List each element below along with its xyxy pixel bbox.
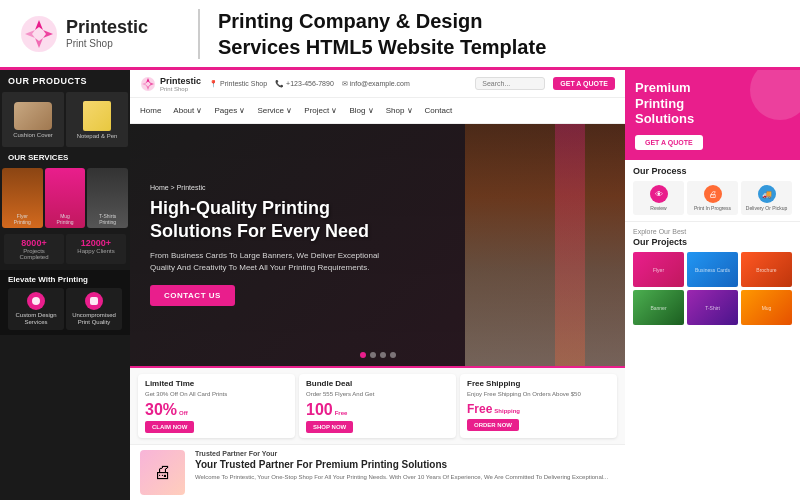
hero-dot-1[interactable] [360,352,366,358]
deal-bundle-num: 100 [306,402,333,418]
print-label: Print In Progress [691,205,734,211]
stat-clients-num: 12000+ [70,238,122,248]
deal-bundle-desc: Order 555 Flyers And Get [306,391,449,399]
claim-now-button[interactable]: CLAIM NOW [145,421,194,433]
template-header: Printestic Print Shop Printing Company &… [0,0,800,70]
nav-blog[interactable]: Blog ∨ [349,106,373,115]
svg-rect-2 [90,297,98,305]
nav-project[interactable]: Project ∨ [304,106,337,115]
about-heading: Your Trusted Partner For Premium Printin… [195,459,608,470]
about-trusted-label: Trusted Partner For Your [195,450,608,457]
premium-box: PremiumPrintingSolutions GET A QUOTE [625,70,800,160]
elevate-cards: Custom Design Services Uncompromised Pri… [8,288,122,330]
quote-button[interactable]: GET A QUOTE [553,77,615,90]
review-label: Review [637,205,680,211]
service-tshirt: T-ShirtsPrinting [87,168,128,228]
hero-subtext: From Business Cards To Large Banners, We… [150,250,390,274]
mini-logo-sub: Print Shop [160,86,201,92]
project-brochure[interactable]: Brochure [741,252,792,287]
stat-clients-label: Happy Clients [70,248,122,254]
location-icon: 📍 [209,80,218,88]
elevate-quality-text: Uncompromised Print Quality [70,312,118,326]
review-icon: 👁 [650,185,668,203]
hero-content: Home > Printestic High-Quality Printing … [130,169,410,321]
nav-contact[interactable]: Contact [425,106,453,115]
hero-dot-3[interactable] [380,352,386,358]
nav-about[interactable]: About ∨ [173,106,202,115]
mug-label: MugPrinting [57,213,74,225]
deal-shipping-label: Shipping [494,408,520,414]
project-business-cards[interactable]: Business Cards [687,252,738,287]
deal-limited-time: Limited Time Get 30% Off On All Card Pri… [138,374,295,438]
process-steps: 👁 Review 🖨 Print In Progress 🚚 Delivery … [633,181,792,215]
left-sidebar: Our Products Cushion Cover Notepad & Pen… [0,70,130,500]
hero-section: Home > Printestic High-Quality Printing … [130,124,625,366]
premium-quote-button[interactable]: GET A QUOTE [635,135,703,150]
elevate-section: Elevate With Printing Custom Design Serv… [0,270,130,335]
products-label: Our Products [0,70,130,90]
project-flyer[interactable]: Flyer [633,252,684,287]
nav-pages[interactable]: Pages ∨ [214,106,245,115]
elevate-design-text: Custom Design Services [12,312,60,326]
products-grid: Cushion Cover Notepad & Pen [0,90,130,149]
phone-icon: 📞 [275,80,284,88]
process-title: Our Process [633,166,792,176]
order-now-button[interactable]: ORDER NOW [467,419,519,431]
nav-shop[interactable]: Shop ∨ [386,106,413,115]
services-label: Our Services [0,149,130,166]
hero-dot-4[interactable] [390,352,396,358]
logo-area: Printestic Print Shop [20,15,180,53]
mini-header: Printestic Print Shop 📍 Printestic Shop … [130,70,625,98]
deal-free-text: Free [467,402,492,416]
projects-grid: Flyer Business Cards Brochure Banner T-S… [633,252,792,325]
print-icon: 🖨 [704,185,722,203]
mini-phone: 📞 +123-456-7890 [275,80,334,88]
tshirt-label: T-ShirtsPrinting [99,213,116,225]
about-content: 🖨 Trusted Partner For Your Your Trusted … [140,450,615,495]
shop-now-button[interactable]: SHOP NOW [306,421,353,433]
project-mug[interactable]: Mug [741,290,792,325]
mini-logo-title: Printestic [160,76,201,86]
services-grid: FlyerPrinting MugPrinting T-ShirtsPrinti… [0,166,130,230]
deal-limited-pct: 30% [145,402,177,418]
hero-dot-2[interactable] [370,352,376,358]
stat-projects: 8000+ Projects Completed [4,234,64,264]
flyer-label: FlyerPrinting [14,213,31,225]
deal-limited-off-label: Off [179,410,188,416]
hero-heading-line2: Solutions For Every Need [150,221,369,241]
project-banner[interactable]: Banner [633,290,684,325]
mini-logo-icon [140,76,156,92]
design-icon [27,292,45,310]
nav-service[interactable]: Service ∨ [257,106,292,115]
hero-heading: High-Quality Printing Solutions For Ever… [150,197,390,242]
mini-location: 📍 Printestic Shop [209,80,267,88]
about-strip: 🖨 Trusted Partner For Your Your Trusted … [130,444,625,500]
mini-contact: 📍 Printestic Shop 📞 +123-456-7890 ✉ info… [209,80,467,88]
hero-breadcrumb: Home > Printestic [150,184,390,191]
mini-logo: Printestic Print Shop [140,76,201,92]
search-input[interactable] [475,77,545,90]
projects-box: Explore Our Best Our Projects Flyer Busi… [625,222,800,500]
mini-logo-text: Printestic Print Shop [160,76,201,92]
nav-bar: Home About ∨ Pages ∨ Service ∨ Project ∨… [130,98,625,124]
service-flyer: FlyerPrinting [2,168,43,228]
logo-text: Printestic Print Shop [66,18,148,49]
deal-shipping-desc: Enjoy Free Shipping On Orders Above $50 [467,391,610,399]
notepad-img [83,101,111,131]
deal-limited-title: Limited Time [145,379,288,388]
process-step-delivery: 🚚 Delivery Or Pickup [741,181,792,215]
hero-bg-accent [555,124,585,366]
deal-limited-desc: Get 30% Off On All Card Prints [145,391,288,399]
stat-projects-num: 8000+ [8,238,60,248]
cushion-label: Cushion Cover [13,132,53,138]
elevate-card-design: Custom Design Services [8,288,64,330]
quality-icon [85,292,103,310]
hero-cta-button[interactable]: CONTACT US [150,285,235,306]
explore-label: Explore Our Best [633,228,792,235]
about-text: Trusted Partner For Your Your Trusted Pa… [195,450,608,481]
main-center: Printestic Print Shop 📍 Printestic Shop … [130,70,625,500]
elevate-card-quality: Uncompromised Print Quality [66,288,122,330]
project-tshirt[interactable]: T-Shirt [687,290,738,325]
product-notepad: Notepad & Pen [66,92,128,147]
nav-home[interactable]: Home [140,106,161,115]
